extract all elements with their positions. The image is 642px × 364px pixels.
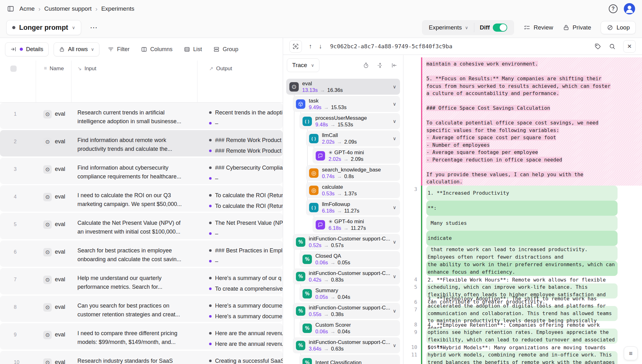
chevron-down-icon[interactable]: ∨ bbox=[390, 84, 396, 90]
column-header-name[interactable]: ≡Name bbox=[36, 61, 71, 102]
span-durations: 0.05s→0.04s bbox=[315, 294, 350, 300]
breadcrumb-page[interactable]: Experiments bbox=[101, 5, 134, 12]
chevron-down-icon[interactable]: ∨ bbox=[390, 205, 396, 210]
trace-node-initfunction-customer-support-c-[interactable]: %initFunction-Customer support-C...0.55s… bbox=[293, 303, 400, 319]
span-name: initFunction-Customer support-C... bbox=[309, 339, 390, 346]
fn-span-icon: ( ) bbox=[303, 117, 312, 126]
table-row[interactable]: 9⊙evalI need to compare three different … bbox=[0, 323, 283, 350]
chevron-down-icon[interactable]: ∨ bbox=[390, 308, 396, 314]
filter-button[interactable]: Filter bbox=[104, 46, 133, 53]
table-row[interactable]: 7⊙evalHelp me understand our quarterlype… bbox=[0, 268, 283, 294]
base-output-bullet bbox=[209, 332, 212, 335]
review-button[interactable]: Review bbox=[524, 24, 553, 31]
sidebar-toggle-icon[interactable] bbox=[7, 5, 14, 13]
experiment-selector[interactable]: Longer prompt ∨ bbox=[6, 20, 81, 35]
details-button[interactable]: Details bbox=[5, 42, 49, 56]
table-row[interactable]: 1⊙evalResearch current trends in artific… bbox=[0, 103, 283, 129]
chevron-down-icon[interactable]: ∨ bbox=[390, 343, 396, 348]
input-cell: Calculate the Net Present Value (NPV) of… bbox=[71, 213, 197, 239]
row-name: eval bbox=[55, 110, 65, 117]
column-header-input[interactable]: ↘Input bbox=[71, 61, 197, 102]
span-durations: 6.18s→11.27s bbox=[322, 208, 359, 214]
help-icon[interactable]: ? bbox=[609, 4, 618, 13]
trace-node-llmfollowup[interactable]: ( )llmFollowup6.18s→11.27s∨ bbox=[306, 199, 400, 215]
table-row[interactable]: 10⊙evalResearch industry standards for S… bbox=[0, 351, 283, 364]
table-row[interactable]: 3⊙evalFind information about cybersecuri… bbox=[0, 158, 283, 184]
table-row[interactable]: 8⊙evalCan you search for best practices … bbox=[0, 296, 283, 322]
base-output-bullet bbox=[209, 194, 212, 197]
chevron-down-icon[interactable]: ∨ bbox=[390, 101, 396, 107]
collapse-vertical-icon[interactable] bbox=[377, 62, 383, 69]
search-icon[interactable] bbox=[609, 43, 616, 50]
span-name: llmCall bbox=[322, 132, 357, 139]
select-all-checkbox[interactable] bbox=[10, 66, 17, 72]
table-row[interactable]: 5⊙evalCalculate the Net Present Value (N… bbox=[0, 213, 283, 239]
loop-button[interactable]: Loop bbox=[601, 21, 636, 34]
breadcrumb-project[interactable]: Customer support bbox=[44, 5, 92, 12]
diff-removed-line bbox=[403, 112, 642, 119]
output-text: ### Best Practices in Empl bbox=[215, 247, 282, 254]
list-button[interactable]: List bbox=[181, 46, 205, 53]
trace-node-eval[interactable]: ⊙eval13.13s→16.36s∨ bbox=[286, 79, 400, 95]
previous-row-button[interactable]: ↑ bbox=[309, 43, 312, 50]
trace-node-initfunction-customer-support-c-[interactable]: %initFunction-Customer support-C...0.42s… bbox=[293, 268, 400, 284]
diff-removed-line: - Number of employees bbox=[403, 141, 642, 149]
timer-icon[interactable] bbox=[363, 62, 369, 69]
trace-node-gpt-4o-mini[interactable]: ✳GPT-4o mini6.18s→11.27s bbox=[313, 217, 400, 233]
chevron-down-icon[interactable]: ∨ bbox=[390, 239, 396, 245]
trace-node-closed-qa[interactable]: %Closed QA0.06s→0.05s bbox=[299, 251, 400, 267]
row-name: eval bbox=[55, 248, 65, 255]
close-icon: ✕ bbox=[627, 43, 632, 50]
base-output-bullet bbox=[209, 111, 212, 114]
next-row-button[interactable]: ↓ bbox=[319, 43, 322, 50]
private-button[interactable]: Private bbox=[563, 24, 591, 31]
trace-node-search-knowledge-base[interactable]: ◎search_knowledge_base0.74s→0.8s bbox=[306, 165, 400, 181]
columns-button[interactable]: Columns bbox=[138, 46, 176, 53]
table-row[interactable]: 2⊙evalFind information about remote work… bbox=[0, 130, 283, 156]
span-name: initFunction-Customer support-C... bbox=[309, 304, 390, 311]
chevron-down-icon[interactable]: ∨ bbox=[390, 136, 396, 141]
avatar[interactable] bbox=[624, 3, 635, 14]
span-name: llmFollowup bbox=[322, 201, 359, 208]
compare-output-bullet bbox=[209, 122, 212, 124]
arrow-down-right-icon: ↘ bbox=[77, 66, 82, 71]
tree-header: Trace ∨ bbox=[283, 55, 403, 76]
chevron-down-icon[interactable]: ∨ bbox=[390, 119, 396, 124]
trace-node-llmcall[interactable]: ( )llmCall2.02s→2.09s∨ bbox=[306, 130, 400, 146]
trace-node-initfunction-customer-support-c-[interactable]: %initFunction-Customer support-C...3.64s… bbox=[293, 337, 400, 353]
table-row[interactable]: 6⊙evalSearch for best practices in emplo… bbox=[0, 240, 283, 267]
outline-toggle-button[interactable]: ≡ bbox=[624, 346, 638, 360]
diff-toggle[interactable] bbox=[493, 24, 507, 32]
trace-node-processusermessage[interactable]: ( )processUserMessage9.48s→15.53s∨ bbox=[299, 113, 400, 129]
experiments-dropdown[interactable]: Experiments ∨ bbox=[423, 24, 474, 31]
column-header-output[interactable]: ↗Output bbox=[197, 61, 283, 102]
trace-node-initfunction-customer-support-c-[interactable]: %initFunction-Customer support-C...0.52s… bbox=[293, 234, 400, 250]
diff-label: Diff bbox=[480, 24, 490, 31]
all-rows-filter-button[interactable]: All rows ∨ bbox=[54, 42, 99, 56]
base-output-bullet bbox=[209, 277, 212, 279]
compare-output-bullet bbox=[209, 205, 212, 207]
more-menu-button[interactable]: ⋯ bbox=[87, 21, 101, 34]
trace-view-dropdown[interactable]: Trace ∨ bbox=[287, 58, 319, 72]
output-text: – bbox=[215, 230, 218, 237]
trace-node-calculate[interactable]: ◎calculate0.53s→1.37s bbox=[306, 182, 400, 198]
collapse-left-icon[interactable] bbox=[391, 62, 397, 69]
trace-node-custom-scorer[interactable]: %Custom Scorer0.06s→0.04s bbox=[299, 320, 400, 336]
trace-node-summary[interactable]: %Summary0.05s→0.04s bbox=[299, 286, 400, 302]
chevron-down-icon[interactable]: ∨ bbox=[390, 274, 396, 279]
panel-expand-icon bbox=[10, 46, 17, 52]
trace-node-gpt-4o-mini[interactable]: ✳GPT-4o mini2.02s→2.09s bbox=[313, 148, 400, 164]
close-panel-button[interactable]: ✕ bbox=[623, 40, 636, 53]
trace-node-intent-classification[interactable]: %Intent Classification bbox=[299, 355, 400, 364]
row-name: eval bbox=[55, 193, 65, 200]
output-text: – bbox=[215, 175, 218, 182]
row-number: 10 bbox=[0, 351, 36, 364]
table-row[interactable]: 4⊙evalI need to calculate the ROI on our… bbox=[0, 185, 283, 212]
group-button[interactable]: Group bbox=[210, 46, 241, 53]
focus-expand-button[interactable] bbox=[289, 40, 302, 53]
tag-icon[interactable] bbox=[594, 43, 601, 50]
row-number: 4 bbox=[0, 185, 36, 212]
trace-node-task[interactable]: task9.49s→15.53s∨ bbox=[293, 96, 400, 112]
line-number: 5 bbox=[403, 283, 421, 298]
breadcrumb-org[interactable]: Acme bbox=[19, 5, 35, 12]
